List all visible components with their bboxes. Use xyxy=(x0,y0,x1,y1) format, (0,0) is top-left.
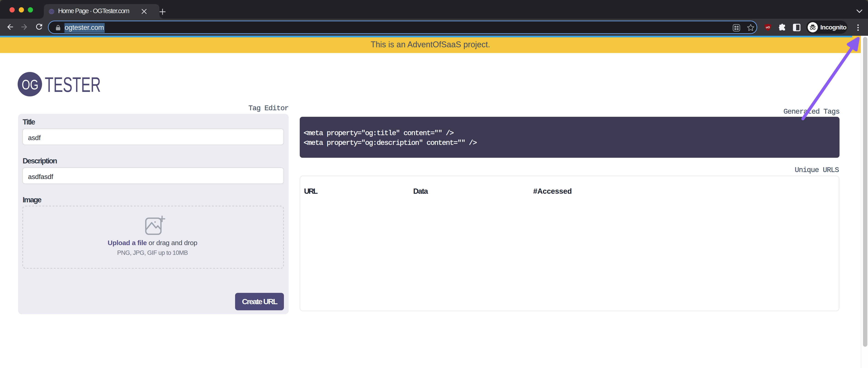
svg-text:TESTER: TESTER xyxy=(45,76,101,96)
svg-text:OG: OG xyxy=(22,77,38,92)
svg-text:uO: uO xyxy=(766,26,770,29)
